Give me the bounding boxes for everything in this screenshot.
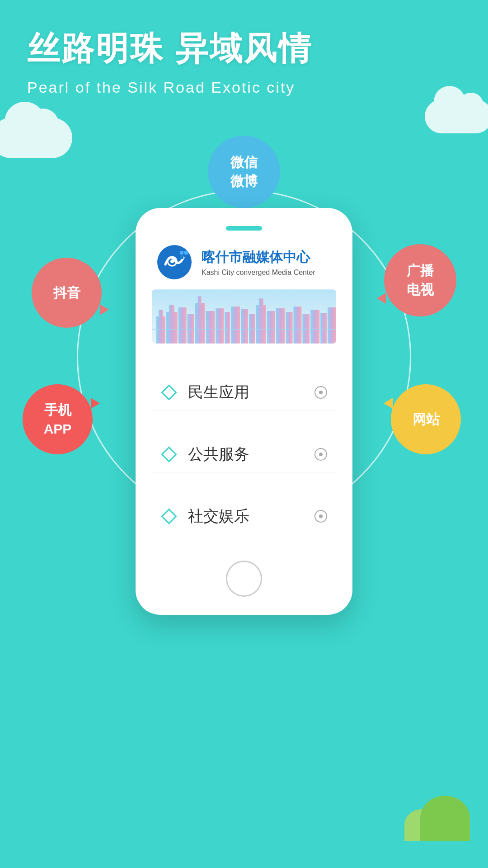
svg-rect-41 [152,329,336,330]
svg-rect-25 [286,312,293,344]
svg-rect-17 [225,312,230,344]
bubble-right-line2: 电视 [407,280,434,299]
svg-rect-9 [166,312,178,344]
svg-rect-3 [180,251,183,255]
svg-rect-26 [293,307,301,344]
svg-rect-15 [206,311,215,344]
diamond-icon-3 [161,508,177,524]
phone-menu: 民生应用 公共服务 社交娱乐 [152,357,336,552]
menu-item-gongong[interactable]: 公共服务 [152,437,336,472]
svg-rect-5 [180,255,183,259]
svg-rect-12 [188,314,194,344]
bubble-weixin-weibo[interactable]: 微信 微博 [208,136,280,208]
svg-rect-44 [162,509,176,523]
svg-rect-18 [231,307,240,344]
svg-rect-16 [216,308,224,344]
bubble-right-line1: 广播 [407,261,434,280]
svg-rect-43 [162,447,176,461]
bubble-douyin[interactable]: 抖音 [32,258,102,328]
menu-label-3: 社交娱乐 [188,506,304,527]
svg-rect-11 [178,307,187,344]
cloud-left [0,118,72,158]
header: 丝路明珠 异域风情 Pearl of the Silk Road Exotic … [27,27,461,96]
city-skyline [152,289,336,344]
english-title: Pearl of the Silk Road Exotic city [27,79,461,96]
menu-dot-2 [314,448,327,461]
svg-rect-19 [241,309,248,344]
bubble-bl-line2: APP [44,420,72,439]
diamond-icon-1 [161,384,177,401]
svg-rect-10 [169,305,174,314]
phone-speaker [226,226,262,231]
phone-mockup: 喀什市融媒体中心 Kashi City converged Media Cent… [136,208,352,615]
svg-rect-13 [195,303,205,344]
bubble-top-line1: 微信 [230,153,258,172]
svg-rect-28 [310,310,319,344]
menu-label-2: 公共服务 [188,444,304,465]
phone-area: 微信 微博 抖音 广播 电视 手机 APP 网站 [86,154,402,741]
svg-rect-21 [256,305,266,344]
logo-subtitle: Kashi City converged Media Center [202,269,315,277]
menu-dot-1 [314,386,327,399]
chinese-title: 丝路明珠 异域风情 [27,27,461,71]
bubble-website[interactable]: 网站 [391,384,461,454]
svg-rect-27 [302,314,310,344]
phone-logo: 喀什市融媒体中心 Kashi City converged Media Cent… [152,244,336,280]
svg-rect-42 [162,385,176,399]
phone-home-button[interactable] [226,561,262,597]
bubble-mobile-app[interactable]: 手机 APP [23,384,93,454]
svg-rect-29 [320,313,327,344]
logo-title: 喀什市融媒体中心 [202,248,315,267]
svg-rect-22 [259,298,263,307]
menu-item-shejiao[interactable]: 社交娱乐 [152,499,336,534]
svg-rect-20 [249,314,255,344]
svg-rect-4 [184,251,188,255]
svg-rect-8 [159,310,163,319]
bubble-top-line2: 微博 [230,172,258,191]
bubble-br-label: 网站 [413,410,440,429]
logo-text-block: 喀什市融媒体中心 Kashi City converged Media Cent… [202,248,315,277]
hill-big [420,796,470,841]
svg-point-0 [157,245,192,279]
cloud-right [425,99,488,133]
menu-label-1: 民生应用 [188,382,304,403]
svg-rect-30 [328,307,336,344]
menu-dot-3 [314,510,327,523]
bubble-bl-line1: 手机 [44,401,71,420]
diamond-icon-2 [161,446,177,462]
svg-rect-24 [276,308,285,344]
svg-rect-14 [198,296,202,305]
svg-point-2 [170,259,174,263]
bubble-broadcast[interactable]: 广播 电视 [384,244,456,316]
bubble-left-label: 抖音 [53,283,80,302]
kashi-logo-icon [156,244,192,280]
svg-rect-23 [267,311,275,344]
menu-item-minsheng[interactable]: 民生应用 [152,375,336,410]
